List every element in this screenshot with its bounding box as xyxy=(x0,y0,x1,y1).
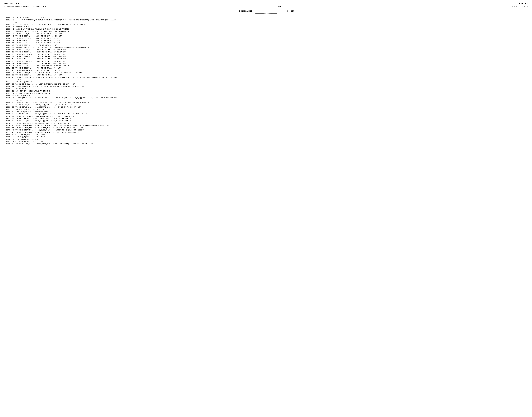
table-row: 184112ТТО ЖЕ 2-868(=14)' 2' 7' ТО ЖЕ ЩО7… xyxy=(4,44,528,46)
table-row: 186637ТТО ЖЕ ДОП.2 1-1055(Н9=1,076)(А1,1… xyxy=(4,106,528,108)
table-row: 18367ТТО ЖЕ 2-806(=14)' 3' 360' ТО ЖЕ ЩО… xyxy=(4,33,528,35)
row-idx: 6 xyxy=(11,31,15,33)
row-idx: 32 xyxy=(11,92,15,95)
row-text: Т15-04 ДОП.85 18-242 15-04 18=271 18-039… xyxy=(15,76,528,81)
row-num: 1842 xyxy=(4,46,11,49)
row-idx: 18 xyxy=(11,58,15,60)
row-idx: 44 xyxy=(11,122,15,125)
page-num: -241- xyxy=(276,6,281,8)
row-text: ТТО ЖЕ 2-852(=14)' 2' 336' ТО ЖЕ ЩО70-1-… xyxy=(15,37,528,40)
row-text: ТТО ЖЕ 2-1963(=14)' 1' 215' ТО ЖЕ ПР11-3… xyxy=(15,51,528,53)
row-text: С113-14(,1)(=13)(А1,1,45)' 900* xyxy=(15,134,528,136)
table-row: 184011ТТО ЖЕ 2-862(=14)' 1' 145' ТО ЖЕ Щ… xyxy=(4,42,528,44)
row-idx: 39 xyxy=(11,111,15,113)
row-num: 1870 xyxy=(4,115,11,118)
table-row: 183910ТТО ЖЕ 2-859(=14)' 1' 554' ТО ЖЕ Щ… xyxy=(4,40,528,42)
row-idx: 11 xyxy=(11,42,15,44)
row-idx: 27 xyxy=(11,81,15,83)
row-idx: 19 xyxy=(11,60,15,63)
row-idx: 5 xyxy=(11,28,15,31)
table-row: 1867382405-1863(А1,1,2)(Н9=1,072)' 7* xyxy=(4,108,528,111)
row-text: ТТО ЖЕ 2-808(=14)' 2' 120' ТО ЖЕ ЩО70-1-… xyxy=(15,35,528,37)
row-idx: 4 xyxy=(11,26,15,28)
table-row: 185324ТТО ЖЕ 2-2630(=14)' 15' 147' ТО ЖЕ… xyxy=(4,72,528,74)
table-row: 18334РОБООРУОВАНИЕ* xyxy=(4,26,528,28)
row-text: ТТО ЖЕ П.88(А1,1,39)(Н9=1,082)(=13)' 2' … xyxy=(15,120,528,122)
row-idx: 20 xyxy=(11,63,15,65)
table-row: 1868392405-1698(А1,1,2) 1-1005(Н9=1,072)… xyxy=(4,111,528,113)
row-num: 1871 xyxy=(4,118,11,120)
table-row: 187041Т24-05-01ПГ П.80(Н9=1,082)(А1,1,39… xyxy=(4,115,528,118)
table-row: 18378ТТО ЖЕ 2-808(=14)' 2' 120' ТО ЖЕ ЩО… xyxy=(4,35,528,37)
row-text: ТТО ЖЕ 2-2023(=14)' 1' 109' ТО ЖЕ ПР11-3… xyxy=(15,53,528,56)
row-text: Т7-2058(А1-35 17-332 17-333 15-17 1-453 … xyxy=(15,97,528,102)
table-row: 1861321517-2258(Н9=1,076)(=13)(А1,1,39)'… xyxy=(4,92,528,95)
table-row: 186536Т24-05 1-942(А1,1,39)(Н9=1,076)(=1… xyxy=(4,104,528,106)
right-codes: 3027422 25447-20 xyxy=(511,6,528,8)
row-text: ТТО ЖЕ 2-2051(=14)' 2' 237' ТО ЖЕ ПР11-3… xyxy=(15,63,528,65)
table-row: 184314ТТО ЖЕ 2-2031(=14)' 2' 183' ТО ЖЕ … xyxy=(4,49,528,51)
row-num: 1866 xyxy=(4,106,11,108)
right-code1: 3027422 xyxy=(511,6,518,8)
row-text: С154-162(А1,1,2)' 35* xyxy=(15,95,528,97)
row-num: 1874 xyxy=(4,125,11,127)
row-idx: 1 xyxy=(11,17,15,19)
row-idx: 14 xyxy=(11,49,15,51)
row-idx: 10 xyxy=(11,40,15,42)
row-text: 1517-2258(Н9=1,076)(=13)(А1,1,39)' 5* xyxy=(15,92,528,95)
table-row: 186334Т7-2058(А1-35 17-332 17-333 15-17 … xyxy=(4,97,528,102)
row-num: 1860 xyxy=(4,90,11,92)
row-idx: 29 xyxy=(11,85,15,88)
row-text: ТТО ЖЕ 2-2631(=14)' 3' 159' ТО ЖЕ Я5115-… xyxy=(15,74,528,76)
row-num: 1853 xyxy=(4,72,11,74)
row-idx: 16 xyxy=(11,53,15,56)
row-idx: 8 xyxy=(11,35,15,37)
doc-code: Лл.16 л 2 xyxy=(517,2,528,5)
row-num: 1839 xyxy=(4,40,11,42)
row-text: ТТО ЖЕ 2-868(=14)' 2' 7' ТО ЖЕ ЩО70-1-95… xyxy=(15,44,528,46)
row-num: 1879 xyxy=(4,136,11,138)
row-idx: 12 xyxy=(11,44,15,46)
row-num: 1843 xyxy=(4,49,11,51)
row-text: ТТО ЖЕ 8-0125(Н9=1,076)(А1,1,55)(=13)' 2… xyxy=(15,127,528,129)
row-num: 1832 xyxy=(4,23,11,26)
program-label: ПРОГРАММНЫЙ КОМПЛЕКС АВС-3ЕС ( РЕДАКЦИЯ … xyxy=(4,6,46,8)
row-num: 1850 xyxy=(4,65,11,67)
table-row: 186435Т24-05 ДОП.10 1-1257(Н9=1,076)(А1,… xyxy=(4,102,528,104)
row-idx: 52 xyxy=(11,140,15,143)
row-num: 1875 xyxy=(4,127,11,129)
table-row: 18389ТТО ЖЕ 2-852(=14)' 2' 336' ТО ЖЕ ЩО… xyxy=(4,37,528,40)
data-table: 18301Э3027422' Н9В1Г1' ' ' 1,1' ' ' ' ' … xyxy=(4,17,528,145)
row-num: 1867 xyxy=(4,108,11,111)
row-idx: 21 xyxy=(11,65,15,67)
row-num: 1851 xyxy=(4,67,11,69)
table-row: 186031С154-50' 3' ' ВЫКЛЮЧАТЕЛЬ ПАКЕТНЫЙ… xyxy=(4,90,528,92)
row-num: 1862 xyxy=(4,95,11,97)
table-row: 18301Э3027422' Н9В1Г1' ' ' 1,1' ' ' ' ' … xyxy=(4,17,528,19)
header-top: №264 12-318.92 Лл.16 л 2 xyxy=(4,2,528,5)
row-idx: 43 xyxy=(11,120,15,122)
table-row: 186233С154-162(А1,1,2)' 35* xyxy=(4,95,528,97)
right-code2: 25447-20 xyxy=(521,6,528,8)
row-text: ТТО ЖЕ 2-2514(=14)' 1' 89' ТО ЖЕ Я5111-3… xyxy=(15,69,528,72)
table-row: 18345П2#ГЛАВНЫЙ РАСПРЕДЕЛИТЕЛЬНЫЙ ЩИТ,СО… xyxy=(4,28,528,31)
row-text: ТТО ЖЕ 8-0127(Н9=1,076)(А1,1,55)(=13)' 5… xyxy=(15,129,528,131)
row-idx: 22 xyxy=(11,67,15,69)
table-row: 185021ТТО ЖЕ 2-2568(=14)' 1' 99' ЯЩИК УП… xyxy=(4,65,528,67)
row-num: 1855 xyxy=(4,76,11,81)
row-num: 1846 xyxy=(4,56,11,58)
row-num: 1848 xyxy=(4,60,11,63)
row-text: 2405-1863(А1,1,2)(Н9=1,072)' 7* xyxy=(15,108,528,111)
row-text: Т24-05 ДОП.10 1-1257(Н9=1,076)(А1,1,39)(… xyxy=(15,102,528,104)
row-idx: 45 xyxy=(11,125,15,127)
row-num: 1849 xyxy=(4,63,11,65)
row-num: 1844 xyxy=(4,51,11,53)
row-num: 1841 xyxy=(4,44,11,46)
row-text: ТСКД9-84 ВЫП.1 2-2079(=14)' 2' 317' ПУНК… xyxy=(15,46,528,49)
table-row: 187142ТТО ЖЕ П.83(А1,1,39)(Н9=1,082)(=13… xyxy=(4,118,528,120)
row-idx: 33 xyxy=(11,95,15,97)
row-idx: 7 xyxy=(11,33,15,35)
row-idx: 28 xyxy=(11,83,15,85)
table-row: 1856271504-1009(=14)' 3* xyxy=(4,81,528,83)
table-row: 185223ТТО ЖЕ 2-2514(=14)' 1' 89' ТО ЖЕ Я… xyxy=(4,69,528,72)
